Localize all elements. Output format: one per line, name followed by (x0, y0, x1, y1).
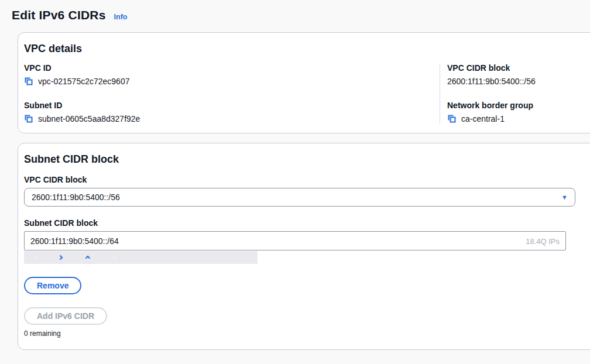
remaining-count: 0 remaining (24, 329, 590, 338)
vpc-cidr-select-label: VPC CIDR block (24, 175, 590, 184)
vpc-details-card: VPC details VPC ID vpc-021575c2c72ec9607… (18, 32, 590, 133)
chevron-left-icon (33, 255, 39, 260)
chevron-right-button[interactable] (50, 251, 72, 264)
chevron-up-button[interactable] (77, 251, 99, 264)
subnet-cidr-card: Subnet CIDR block VPC CIDR block 2600:1f… (18, 143, 590, 350)
subnet-id-field: Subnet ID subnet-0605c5aa8d327f92e (24, 101, 440, 124)
vpc-cidr-selected-value: 2600:1f11:9b0:5400::/56 (32, 193, 120, 202)
vpc-details-heading: VPC details (24, 42, 590, 55)
network-border-group-value: ca-central-1 (461, 114, 505, 124)
remove-button[interactable]: Remove (24, 277, 81, 294)
chevron-down-icon (112, 255, 118, 260)
vpc-id-value: vpc-021575c2c72ec9607 (38, 76, 129, 87)
vpc-cidr-value: 2600:1f11:9b0:5400::/56 (447, 76, 590, 87)
network-border-group-label: Network border group (447, 101, 590, 110)
subnet-cidr-input-label: Subnet CIDR block (24, 218, 590, 228)
add-ipv6-cidr-button[interactable]: Add IPv6 CIDR (24, 307, 107, 325)
chevron-down-icon: ▼ (561, 194, 568, 201)
vpc-id-label: VPC ID (24, 63, 440, 73)
chevron-right-icon (58, 255, 64, 260)
subnet-cidr-input[interactable] (24, 231, 566, 250)
cidr-stepper (24, 251, 258, 264)
chevron-down-button[interactable] (102, 251, 127, 264)
subnet-cidr-heading: Subnet CIDR block (24, 153, 590, 166)
chevron-left-button[interactable] (24, 251, 49, 264)
info-link[interactable]: Info (114, 13, 128, 21)
vpc-cidr-label: VPC CIDR block (447, 63, 590, 73)
copy-icon[interactable] (24, 114, 33, 123)
subnet-id-label: Subnet ID (24, 101, 440, 110)
vpc-cidr-field: VPC CIDR block 2600:1f11:9b0:5400::/56 (447, 63, 590, 87)
page-title: Edit IPv6 CIDRs (12, 8, 106, 22)
page-header: Edit IPv6 CIDRs Info (0, 0, 590, 22)
subnet-id-value: subnet-0605c5aa8d327f92e (38, 114, 140, 124)
chevron-up-icon (85, 255, 91, 260)
vpc-id-field: VPC ID vpc-021575c2c72ec9607 (24, 63, 440, 87)
vpc-cidr-select[interactable]: 2600:1f11:9b0:5400::/56 ▼ (24, 188, 575, 207)
copy-icon[interactable] (447, 114, 457, 123)
copy-icon[interactable] (24, 77, 33, 86)
network-border-group-field: Network border group ca-central-1 (447, 101, 590, 124)
